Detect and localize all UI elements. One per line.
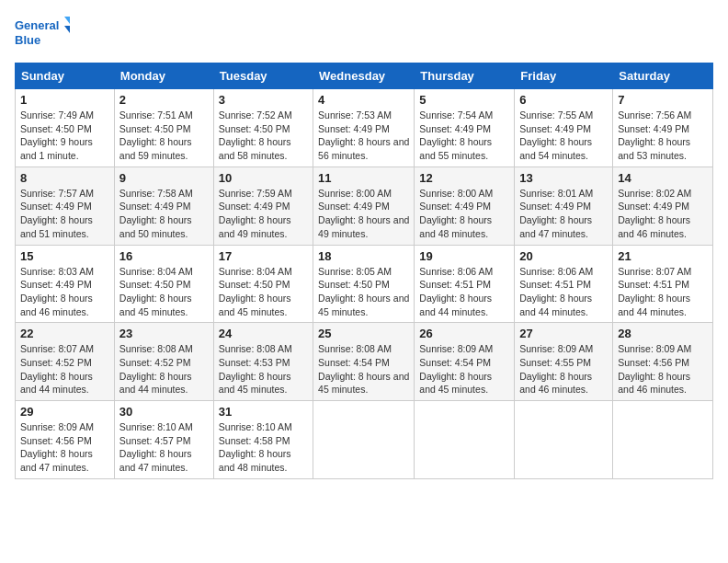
day-info: Sunrise: 8:07 AM Sunset: 4:52 PM Dayligh… xyxy=(20,342,109,396)
calendar-header-saturday: Saturday xyxy=(613,63,713,89)
day-number: 26 xyxy=(419,327,509,340)
day-info: Sunrise: 7:51 AM Sunset: 4:50 PM Dayligh… xyxy=(119,109,209,163)
calendar-header-monday: Monday xyxy=(114,63,213,89)
day-info: Sunrise: 7:49 AM Sunset: 4:50 PM Dayligh… xyxy=(20,109,109,163)
day-info: Sunrise: 8:09 AM Sunset: 4:54 PM Dayligh… xyxy=(419,342,509,396)
day-info: Sunrise: 7:54 AM Sunset: 4:49 PM Dayligh… xyxy=(419,109,509,163)
day-info: Sunrise: 8:06 AM Sunset: 4:51 PM Dayligh… xyxy=(519,265,608,319)
calendar-day-29: 29Sunrise: 8:09 AM Sunset: 4:56 PM Dayli… xyxy=(16,401,115,479)
calendar-day-10: 10Sunrise: 7:59 AM Sunset: 4:49 PM Dayli… xyxy=(213,167,313,245)
calendar-day-11: 11Sunrise: 8:00 AM Sunset: 4:49 PM Dayli… xyxy=(313,167,415,245)
day-info: Sunrise: 8:00 AM Sunset: 4:49 PM Dayligh… xyxy=(318,187,409,241)
day-info: Sunrise: 7:57 AM Sunset: 4:49 PM Dayligh… xyxy=(20,187,109,241)
calendar-header-tuesday: Tuesday xyxy=(213,63,313,89)
calendar-day-27: 27Sunrise: 8:09 AM Sunset: 4:55 PM Dayli… xyxy=(515,323,613,401)
day-number: 27 xyxy=(519,327,608,340)
calendar-week-1: 1Sunrise: 7:49 AM Sunset: 4:50 PM Daylig… xyxy=(16,89,713,167)
day-number: 10 xyxy=(219,171,308,185)
day-info: Sunrise: 8:08 AM Sunset: 4:53 PM Dayligh… xyxy=(219,342,308,396)
day-info: Sunrise: 8:03 AM Sunset: 4:49 PM Dayligh… xyxy=(20,265,109,319)
svg-marker-3 xyxy=(64,26,70,33)
svg-text:General: General xyxy=(15,18,59,32)
day-number: 1 xyxy=(20,93,109,107)
day-number: 2 xyxy=(119,93,209,107)
day-number: 24 xyxy=(219,327,308,340)
calendar-header-friday: Friday xyxy=(515,63,613,89)
calendar-day-1: 1Sunrise: 7:49 AM Sunset: 4:50 PM Daylig… xyxy=(16,89,115,167)
day-info: Sunrise: 7:59 AM Sunset: 4:49 PM Dayligh… xyxy=(219,187,308,241)
calendar-day-18: 18Sunrise: 8:05 AM Sunset: 4:50 PM Dayli… xyxy=(313,245,415,323)
day-info: Sunrise: 8:01 AM Sunset: 4:49 PM Dayligh… xyxy=(519,187,608,241)
day-number: 9 xyxy=(119,171,209,185)
calendar-table: SundayMondayTuesdayWednesdayThursdayFrid… xyxy=(15,63,713,479)
day-number: 18 xyxy=(318,249,409,263)
day-info: Sunrise: 8:04 AM Sunset: 4:50 PM Dayligh… xyxy=(219,265,308,319)
day-number: 16 xyxy=(119,249,209,263)
day-number: 19 xyxy=(419,249,509,263)
calendar-week-3: 15Sunrise: 8:03 AM Sunset: 4:49 PM Dayli… xyxy=(16,245,713,323)
day-info: Sunrise: 7:56 AM Sunset: 4:49 PM Dayligh… xyxy=(618,109,708,163)
logo: General Blue xyxy=(15,15,70,52)
day-number: 4 xyxy=(318,93,409,107)
calendar-day-13: 13Sunrise: 8:01 AM Sunset: 4:49 PM Dayli… xyxy=(515,167,613,245)
calendar-week-4: 22Sunrise: 8:07 AM Sunset: 4:52 PM Dayli… xyxy=(16,323,713,401)
day-number: 20 xyxy=(519,249,608,263)
day-info: Sunrise: 8:04 AM Sunset: 4:50 PM Dayligh… xyxy=(119,265,209,319)
day-number: 5 xyxy=(419,93,509,107)
day-info: Sunrise: 8:06 AM Sunset: 4:51 PM Dayligh… xyxy=(419,265,509,319)
calendar-day-5: 5Sunrise: 7:54 AM Sunset: 4:49 PM Daylig… xyxy=(415,89,515,167)
day-info: Sunrise: 8:02 AM Sunset: 4:49 PM Dayligh… xyxy=(618,187,708,241)
calendar-day-15: 15Sunrise: 8:03 AM Sunset: 4:49 PM Dayli… xyxy=(16,245,115,323)
calendar-header-wednesday: Wednesday xyxy=(313,63,415,89)
calendar-empty-cell xyxy=(613,401,713,479)
calendar-day-7: 7Sunrise: 7:56 AM Sunset: 4:49 PM Daylig… xyxy=(613,89,713,167)
day-info: Sunrise: 8:00 AM Sunset: 4:49 PM Dayligh… xyxy=(419,187,509,241)
day-info: Sunrise: 8:10 AM Sunset: 4:58 PM Dayligh… xyxy=(219,420,308,475)
calendar-day-19: 19Sunrise: 8:06 AM Sunset: 4:51 PM Dayli… xyxy=(415,245,515,323)
day-number: 29 xyxy=(20,405,109,419)
day-number: 28 xyxy=(618,327,708,340)
calendar-day-12: 12Sunrise: 8:00 AM Sunset: 4:49 PM Dayli… xyxy=(415,167,515,245)
calendar-header-row: SundayMondayTuesdayWednesdayThursdayFrid… xyxy=(16,63,713,89)
day-info: Sunrise: 7:52 AM Sunset: 4:50 PM Dayligh… xyxy=(219,109,308,163)
day-number: 14 xyxy=(618,171,708,185)
day-number: 11 xyxy=(318,171,409,185)
calendar-week-2: 8Sunrise: 7:57 AM Sunset: 4:49 PM Daylig… xyxy=(16,167,713,245)
day-number: 25 xyxy=(318,327,409,340)
day-info: Sunrise: 8:09 AM Sunset: 4:56 PM Dayligh… xyxy=(618,342,708,396)
calendar-day-2: 2Sunrise: 7:51 AM Sunset: 4:50 PM Daylig… xyxy=(114,89,213,167)
day-number: 3 xyxy=(219,93,308,107)
day-number: 30 xyxy=(119,405,209,419)
day-number: 13 xyxy=(519,171,608,185)
calendar-day-9: 9Sunrise: 7:58 AM Sunset: 4:49 PM Daylig… xyxy=(114,167,213,245)
day-info: Sunrise: 8:07 AM Sunset: 4:51 PM Dayligh… xyxy=(618,265,708,319)
calendar-day-31: 31Sunrise: 8:10 AM Sunset: 4:58 PM Dayli… xyxy=(213,401,313,479)
day-number: 15 xyxy=(20,249,109,263)
day-info: Sunrise: 8:09 AM Sunset: 4:56 PM Dayligh… xyxy=(20,420,109,475)
day-info: Sunrise: 8:08 AM Sunset: 4:54 PM Dayligh… xyxy=(318,342,409,396)
page-header: General Blue xyxy=(15,15,713,52)
calendar-day-4: 4Sunrise: 7:53 AM Sunset: 4:49 PM Daylig… xyxy=(313,89,415,167)
calendar-day-17: 17Sunrise: 8:04 AM Sunset: 4:50 PM Dayli… xyxy=(213,245,313,323)
calendar-day-30: 30Sunrise: 8:10 AM Sunset: 4:57 PM Dayli… xyxy=(114,401,213,479)
logo-svg: General Blue xyxy=(15,15,70,52)
calendar-day-22: 22Sunrise: 8:07 AM Sunset: 4:52 PM Dayli… xyxy=(16,323,115,401)
day-number: 12 xyxy=(419,171,509,185)
calendar-day-21: 21Sunrise: 8:07 AM Sunset: 4:51 PM Dayli… xyxy=(613,245,713,323)
day-number: 7 xyxy=(618,93,708,107)
calendar-day-8: 8Sunrise: 7:57 AM Sunset: 4:49 PM Daylig… xyxy=(16,167,115,245)
calendar-day-20: 20Sunrise: 8:06 AM Sunset: 4:51 PM Dayli… xyxy=(515,245,613,323)
day-number: 21 xyxy=(618,249,708,263)
day-number: 22 xyxy=(20,327,109,340)
svg-marker-2 xyxy=(64,17,70,24)
calendar-empty-cell xyxy=(515,401,613,479)
day-number: 23 xyxy=(119,327,209,340)
calendar-day-3: 3Sunrise: 7:52 AM Sunset: 4:50 PM Daylig… xyxy=(213,89,313,167)
day-info: Sunrise: 7:55 AM Sunset: 4:49 PM Dayligh… xyxy=(519,109,608,163)
day-info: Sunrise: 8:10 AM Sunset: 4:57 PM Dayligh… xyxy=(119,420,209,475)
day-info: Sunrise: 7:53 AM Sunset: 4:49 PM Dayligh… xyxy=(318,109,409,163)
calendar-day-25: 25Sunrise: 8:08 AM Sunset: 4:54 PM Dayli… xyxy=(313,323,415,401)
svg-text:Blue: Blue xyxy=(15,33,40,47)
calendar-day-23: 23Sunrise: 8:08 AM Sunset: 4:52 PM Dayli… xyxy=(114,323,213,401)
day-number: 31 xyxy=(219,405,308,419)
